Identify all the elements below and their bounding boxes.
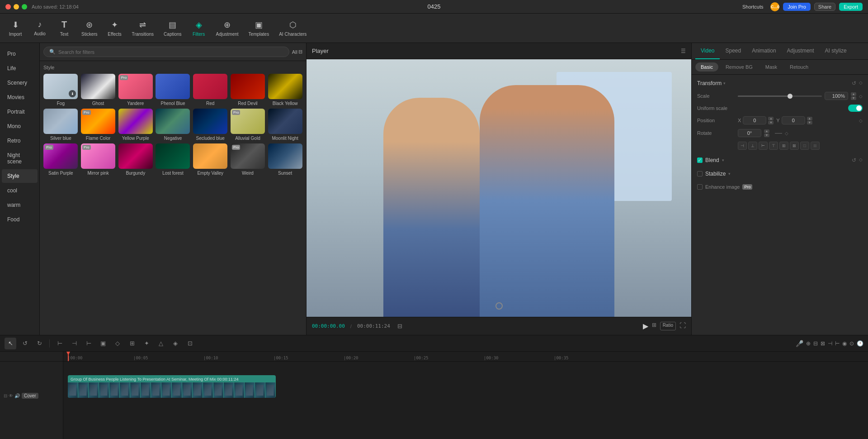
align-left-icon[interactable]: ⊣ <box>738 142 747 150</box>
filter-fog-download[interactable]: ⬇ <box>69 90 76 97</box>
filter-red-devil[interactable]: Red Devil <box>231 74 265 106</box>
search-box[interactable]: 🔍 <box>43 47 289 57</box>
tl-link-icon[interactable]: ⊟ <box>813 340 818 347</box>
user-avatar[interactable]: C...0 <box>770 2 779 11</box>
tl-trim-left-tool[interactable]: ⊣ <box>68 338 80 349</box>
pos-x-up[interactable]: ▲ <box>768 117 774 120</box>
tool-templates[interactable]: ▣ Templates <box>244 17 274 39</box>
filter-sort-button[interactable]: All ⊟ <box>292 49 302 55</box>
filter-satin-purple[interactable]: Pro Satin Purple <box>43 143 78 176</box>
rotate-keyframe-icon[interactable]: ◇ <box>785 131 788 136</box>
maximize-button[interactable] <box>22 4 27 10</box>
tl-select-tool[interactable]: ↖ <box>5 338 16 349</box>
tl-fit-icon[interactable]: ⊠ <box>821 340 825 347</box>
stabilize-chevron[interactable]: ▾ <box>728 172 731 176</box>
tool-audio[interactable]: ♪ Audio <box>28 17 52 39</box>
pos-y-down[interactable]: ▼ <box>807 121 812 124</box>
tool-effects[interactable]: ✦ Effects <box>103 17 127 39</box>
tl-undo-tool[interactable]: ↺ <box>19 338 31 349</box>
export-button[interactable]: Export <box>839 3 863 11</box>
filter-yandere[interactable]: Pro Yandere <box>118 74 153 106</box>
track-lock-icon[interactable]: ⊟ <box>4 393 7 398</box>
track-mute-icon[interactable]: 🔊 <box>14 393 20 398</box>
tab-adjustment[interactable]: Adjustment <box>782 43 820 59</box>
tab-animation[interactable]: Animation <box>746 43 781 59</box>
tab-video[interactable]: Video <box>695 43 720 59</box>
align-center-v-icon[interactable]: ⊞ <box>779 142 788 150</box>
sidebar-item-portrait[interactable]: Portrait <box>2 105 38 119</box>
tl-clock-icon[interactable]: 🕐 <box>857 340 863 347</box>
blend-checkbox[interactable]: ✓ <box>697 157 703 163</box>
flip-h-button[interactable]: — <box>775 129 782 137</box>
filter-negative[interactable]: Negative <box>156 109 190 141</box>
filter-alluvial-gold[interactable]: Pro Alluvial Gold <box>231 109 265 141</box>
filter-silver-blue[interactable]: Silver blue <box>43 109 78 141</box>
search-input[interactable] <box>58 49 283 55</box>
position-y-value[interactable]: 0 <box>782 116 805 124</box>
tool-captions[interactable]: ▤ Captions <box>159 17 186 39</box>
playhead[interactable] <box>68 352 69 361</box>
scale-slider[interactable] <box>738 95 822 97</box>
sidebar-item-night-scene[interactable]: Night scene <box>2 148 38 168</box>
align-center-h-icon[interactable]: ⊥ <box>748 142 757 150</box>
filter-fog[interactable]: ⬇ Fog <box>43 74 78 106</box>
uniform-scale-toggle[interactable] <box>848 105 863 112</box>
fullscreen-crop-button[interactable]: ⊞ <box>652 322 656 330</box>
align-top-icon[interactable]: ⊤ <box>769 142 778 150</box>
align-extra2-icon[interactable]: ⊠ <box>811 142 820 150</box>
sidebar-item-pro[interactable]: Pro <box>2 47 38 61</box>
tl-split-tool[interactable]: ⊢ <box>54 338 66 349</box>
sidebar-item-scenery[interactable]: Scenery <box>2 76 38 90</box>
tl-trim-right-tool[interactable]: ⊢ <box>83 338 94 349</box>
tl-extra3-icon[interactable]: ◉ <box>842 340 847 347</box>
filter-lost-forest[interactable]: Lost forest <box>156 143 190 176</box>
filter-burgundy[interactable]: Burgundy <box>118 143 153 176</box>
player-menu-icon[interactable]: ☰ <box>681 48 686 54</box>
sidebar-item-movies[interactable]: Movies <box>2 91 38 104</box>
tab-speed[interactable]: Speed <box>720 43 746 59</box>
tl-shape-tool[interactable]: △ <box>155 338 167 349</box>
scale-up-button[interactable]: ▲ <box>851 92 856 96</box>
sidebar-item-food[interactable]: Food <box>2 213 38 226</box>
tl-redo-tool[interactable]: ↻ <box>33 338 45 349</box>
tool-ai-characters[interactable]: ⬡ AI Characters <box>274 17 311 39</box>
pos-x-down[interactable]: ▼ <box>768 121 774 124</box>
transform-chevron[interactable]: ▾ <box>723 81 726 86</box>
ratio-button[interactable]: Ratio <box>660 322 676 330</box>
tool-import[interactable]: ⬇ Import <box>4 17 27 39</box>
align-extra1-icon[interactable]: ⊡ <box>800 142 809 150</box>
tl-extra1-icon[interactable]: ⊣ <box>828 340 832 347</box>
sidebar-item-life[interactable]: Life <box>2 62 38 75</box>
blend-chevron[interactable]: ▾ <box>722 158 724 162</box>
time-options-icon[interactable]: ⊟ <box>397 323 402 329</box>
filter-flame-color[interactable]: Pro Flame Color <box>81 109 116 141</box>
transform-diamond-icon[interactable]: ◇ <box>859 80 863 86</box>
subtab-remove-bg[interactable]: Remove BG <box>720 62 758 72</box>
blend-reset-icon[interactable]: ↺ <box>852 157 856 163</box>
pos-y-up[interactable]: ▲ <box>807 117 812 120</box>
cover-label[interactable]: Cover <box>22 393 38 399</box>
filter-moonlit-night[interactable]: Moonlit Night <box>268 109 302 141</box>
subtab-mask[interactable]: Mask <box>760 62 783 72</box>
subtab-retouch[interactable]: Retouch <box>784 62 814 72</box>
tl-mask-tool[interactable]: ◈ <box>170 338 181 349</box>
stabilize-checkbox[interactable] <box>697 171 703 177</box>
position-keyframe-icon[interactable]: ◇ <box>859 118 863 123</box>
filter-black-yellow[interactable]: Black Yellow <box>268 74 302 106</box>
scale-down-button[interactable]: ▼ <box>851 96 856 100</box>
sidebar-item-mono[interactable]: Mono <box>2 119 38 133</box>
rotate-up[interactable]: ▲ <box>764 129 769 133</box>
video-track[interactable]: Group Of Business People Listening To Pr… <box>68 375 276 398</box>
transform-reset-icon[interactable]: ↺ <box>852 80 856 86</box>
align-right-icon[interactable]: ⊢ <box>759 142 768 150</box>
tl-mic-icon[interactable]: 🎤 <box>796 340 803 347</box>
filter-red[interactable]: Red <box>193 74 228 106</box>
sidebar-item-cool[interactable]: cool <box>2 184 38 197</box>
tool-text[interactable]: T Text <box>52 17 76 39</box>
sidebar-item-style[interactable]: Style <box>2 169 38 183</box>
position-x-value[interactable]: 0 <box>743 116 766 124</box>
filter-ghost[interactable]: Ghost <box>81 74 116 106</box>
align-bottom-icon[interactable]: ⊠ <box>790 142 799 150</box>
tl-text-tool[interactable]: ✦ <box>141 338 152 349</box>
filter-secluded-blue[interactable]: Secluded blue <box>193 109 228 141</box>
